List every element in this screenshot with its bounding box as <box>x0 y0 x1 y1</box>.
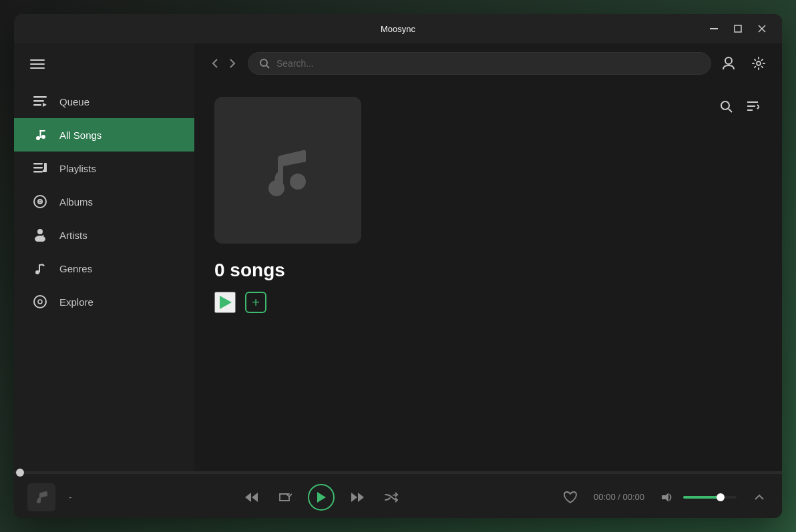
songs-count: 0 songs <box>214 260 762 281</box>
svg-point-20 <box>37 229 43 234</box>
svg-rect-24 <box>39 264 40 272</box>
sidebar-item-artists[interactable]: Artists <box>14 218 194 252</box>
svg-marker-44 <box>662 493 668 502</box>
player-controls <box>95 484 547 511</box>
hamburger-bar-1 <box>30 59 45 61</box>
svg-point-30 <box>757 61 761 65</box>
search-input[interactable] <box>276 58 700 69</box>
svg-rect-1 <box>735 25 741 32</box>
svg-marker-7 <box>43 103 47 107</box>
sidebar-item-playlists[interactable]: Playlists <box>14 152 194 185</box>
back-button[interactable] <box>208 55 222 71</box>
svg-marker-38 <box>220 296 232 309</box>
svg-point-9 <box>41 135 45 139</box>
sidebar-item-label-queue: Queue <box>59 96 89 107</box>
sidebar-item-label-albums: Albums <box>59 196 93 208</box>
add-icon: + <box>252 296 260 309</box>
progress-bar[interactable] <box>14 471 782 473</box>
sidebar-item-albums[interactable]: Albums <box>14 185 194 218</box>
app-window: Moosync <box>14 14 782 518</box>
sidebar-item-label-explore: Explore <box>59 296 93 308</box>
svg-marker-40 <box>252 493 258 502</box>
expand-button[interactable] <box>750 489 769 506</box>
album-icon <box>33 194 47 209</box>
svg-rect-12 <box>33 163 43 165</box>
heart-button[interactable] <box>560 488 580 507</box>
svg-line-28 <box>266 65 269 68</box>
player-wrapper: - <box>14 471 782 518</box>
hamburger-button[interactable] <box>27 57 47 71</box>
svg-rect-4 <box>33 96 47 98</box>
svg-rect-16 <box>43 170 47 172</box>
search-bar <box>248 52 711 75</box>
svg-point-31 <box>721 101 729 109</box>
add-to-queue-button[interactable]: + <box>245 292 266 313</box>
user-button[interactable] <box>719 53 738 73</box>
sidebar-item-all-songs[interactable]: All Songs <box>14 118 194 152</box>
svg-point-37 <box>290 174 306 190</box>
svg-point-19 <box>39 201 41 203</box>
svg-rect-11 <box>40 130 45 131</box>
svg-point-25 <box>34 296 46 308</box>
play-all-button[interactable] <box>214 292 236 313</box>
svg-line-32 <box>729 109 732 112</box>
fast-forward-button[interactable] <box>348 489 368 506</box>
playlist-icon <box>33 161 47 176</box>
sidebar-item-explore[interactable]: Explore <box>14 285 194 318</box>
sidebar-item-label-playlists: Playlists <box>59 163 96 174</box>
volume-button[interactable] <box>658 489 676 506</box>
queue-icon <box>33 94 47 109</box>
svg-rect-14 <box>33 171 43 173</box>
settings-button[interactable] <box>749 53 769 73</box>
sidebar-item-genres[interactable]: Genres <box>14 252 194 285</box>
window-controls <box>702 19 774 39</box>
nav-arrows <box>208 55 240 71</box>
sidebar-toggle-area <box>14 49 194 79</box>
time-display: 00:00 / 00:00 <box>594 492 644 502</box>
volume-fill <box>683 496 721 499</box>
svg-rect-0 <box>710 28 718 29</box>
page-search-button[interactable] <box>717 97 735 115</box>
svg-point-36 <box>268 180 284 196</box>
rewind-button[interactable] <box>241 489 261 506</box>
music-note-icon <box>258 140 318 200</box>
play-pause-button[interactable] <box>308 484 335 511</box>
volume-section <box>658 489 737 506</box>
main-area: Queue All Songs <box>14 43 782 471</box>
hamburger-bar-2 <box>30 63 45 65</box>
hamburger-bar-3 <box>30 67 45 69</box>
svg-marker-39 <box>245 493 251 502</box>
explore-icon <box>33 294 47 309</box>
svg-point-21 <box>35 236 45 242</box>
volume-knob[interactable] <box>717 493 725 501</box>
content-area: 0 songs + <box>194 43 782 471</box>
genre-icon <box>33 261 47 276</box>
sidebar: Queue All Songs <box>14 43 194 471</box>
forward-button[interactable] <box>225 55 240 71</box>
svg-rect-13 <box>33 167 43 169</box>
artist-icon <box>33 228 47 242</box>
sidebar-item-label-all-songs: All Songs <box>59 129 102 141</box>
sidebar-item-queue[interactable]: Queue <box>14 85 194 118</box>
topbar-actions <box>719 53 769 73</box>
album-art <box>214 97 361 244</box>
progress-dot[interactable] <box>16 469 24 477</box>
svg-point-26 <box>38 300 42 304</box>
repeat-button[interactable] <box>274 489 294 506</box>
search-bar-icon <box>259 58 270 69</box>
app-title: Moosync <box>381 24 415 34</box>
page-toolbar <box>717 97 762 115</box>
player-thumbnail <box>27 483 55 511</box>
close-button[interactable] <box>750 19 774 39</box>
minimize-button[interactable] <box>702 19 726 39</box>
page-sort-button[interactable] <box>743 97 762 115</box>
volume-slider[interactable] <box>683 496 737 499</box>
player-bar: - <box>14 473 782 518</box>
svg-marker-42 <box>351 493 357 502</box>
shuffle-button[interactable] <box>381 489 401 506</box>
svg-point-8 <box>36 136 40 140</box>
player-track-name: - <box>69 492 82 503</box>
maximize-button[interactable] <box>726 19 750 39</box>
titlebar: Moosync <box>14 14 782 43</box>
player-thumb-icon <box>35 491 47 503</box>
